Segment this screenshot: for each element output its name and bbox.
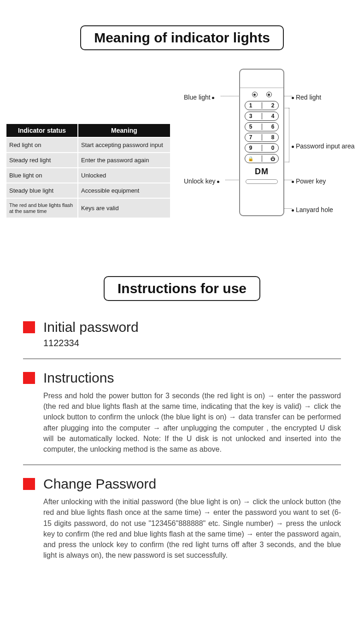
device-body: 12 34 56 78 90 🔒 ⏻ DM <box>239 69 284 216</box>
callout-unlock-key: Unlock key <box>184 177 219 185</box>
table-row: Blue light on Unlocked <box>6 168 170 183</box>
callout-power-key: Power key <box>292 177 326 185</box>
device-diagram: Blue light Unlock key Red light Password… <box>179 69 358 235</box>
heading-change-password: Change Password <box>43 476 156 492</box>
table-row: Steady red light Enter the password agai… <box>6 153 170 168</box>
heading-initial-password: Initial password <box>43 319 139 335</box>
cell-status: Blue light on <box>6 168 78 183</box>
key-row-funcs: 🔒 ⏻ <box>245 154 279 163</box>
key-row: 90 <box>245 143 279 153</box>
heading-instructions: Instructions <box>43 370 114 386</box>
red-led-icon <box>266 92 272 97</box>
callout-lanyard: Lanyard hole <box>292 206 333 213</box>
keypad: 12 34 56 78 90 🔒 ⏻ <box>240 98 283 166</box>
callout-red-light: Red light <box>292 94 321 101</box>
cell-status: Steady blue light <box>6 183 78 198</box>
red-bullet-icon <box>23 321 35 333</box>
blue-led-icon <box>252 92 258 97</box>
initial-password-value: 1122334 <box>43 338 341 348</box>
change-password-block: Change Password After unlocking with the… <box>23 476 341 571</box>
device-cap <box>240 70 283 88</box>
cell-meaning: Enter the password again <box>78 153 170 168</box>
lock-icon: 🔒 <box>247 156 254 161</box>
th-meaning: Meaning <box>78 124 170 137</box>
instructions-block: Instructions Press and hold the power bu… <box>23 370 341 465</box>
initial-password-block: Initial password 1122334 <box>23 319 341 359</box>
instructions-section: Initial password 1122334 Instructions Pr… <box>0 319 364 571</box>
cell-meaning: Accessible equipment <box>78 183 170 198</box>
key-row: 34 <box>245 112 279 121</box>
key-row: 78 <box>245 133 279 142</box>
device-brand: DM <box>240 167 283 177</box>
cell-status: The red and blue lights flash at the sam… <box>6 198 78 218</box>
indicator-table: Indicator status Meaning Red light on St… <box>6 124 170 218</box>
table-row: Steady blue light Accessible equipment <box>6 183 170 198</box>
indicator-row: Indicator status Meaning Red light on St… <box>0 69 364 235</box>
cell-meaning: Keys are valid <box>78 198 170 218</box>
red-bullet-icon <box>23 478 35 490</box>
table-row: The red and blue lights flash at the sam… <box>6 198 170 218</box>
table-row: Red light on Start accepting password in… <box>6 137 170 153</box>
th-status: Indicator status <box>6 124 78 137</box>
red-bullet-icon <box>23 372 35 384</box>
callout-input-area: Password input area <box>292 142 355 150</box>
callout-blue-light: Blue light <box>184 94 214 101</box>
lanyard-hole-icon <box>246 179 278 184</box>
section-title-indicator: Meaning of indicator lights <box>80 25 284 50</box>
key-row: 56 <box>245 122 279 131</box>
change-password-body: After unlocking with the initial passwor… <box>43 496 341 560</box>
key-row: 12 <box>245 101 279 110</box>
cell-meaning: Start accepting password input <box>78 137 170 153</box>
power-icon: ⏻ <box>269 156 276 161</box>
instructions-body: Press and hold the power button for 3 se… <box>43 390 341 454</box>
cell-status: Steady red light <box>6 153 78 168</box>
section-title-instructions: Instructions for use <box>104 276 260 301</box>
cell-meaning: Unlocked <box>78 168 170 183</box>
cell-status: Red light on <box>6 137 78 153</box>
